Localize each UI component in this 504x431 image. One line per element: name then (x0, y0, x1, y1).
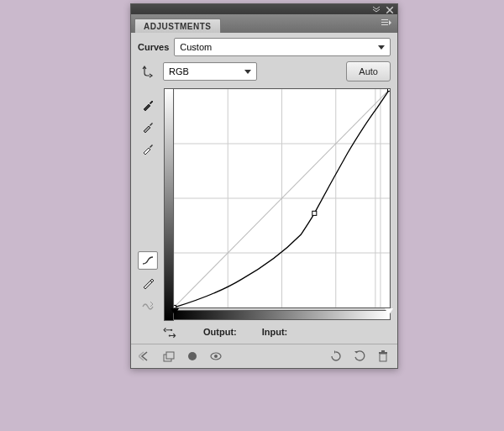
panel-menu-icon[interactable] (381, 18, 392, 28)
output-label: Output: (203, 327, 237, 337)
close-icon[interactable] (386, 6, 394, 13)
black-point-slider[interactable] (171, 308, 179, 315)
curve-point-mid[interactable] (312, 211, 317, 215)
panel-footer (131, 344, 397, 368)
trash-icon[interactable] (375, 349, 391, 364)
panel-body: Curves Custom (131, 33, 397, 344)
svg-rect-2 (381, 24, 388, 25)
targeted-adjustment-tool-icon[interactable] (139, 63, 157, 80)
eyedropper-white-icon[interactable] (139, 140, 157, 157)
curve-point-white[interactable] (387, 89, 390, 92)
svg-rect-0 (381, 19, 388, 20)
smooth-tool-icon[interactable] (139, 297, 157, 313)
scrub-icon[interactable] (163, 325, 178, 339)
curve-point-black[interactable] (174, 305, 176, 307)
previous-state-icon[interactable] (328, 349, 344, 364)
toggle-visibility-icon[interactable] (208, 349, 223, 364)
svg-rect-20 (381, 350, 385, 352)
svg-rect-14 (166, 352, 174, 359)
svg-point-15 (188, 352, 197, 360)
svg-rect-1 (381, 22, 388, 23)
adjustments-panel: ADJUSTMENTS Curves Custom (130, 3, 398, 369)
pencil-tool-icon[interactable] (139, 275, 157, 292)
preset-value: Custom (180, 42, 212, 52)
channel-select[interactable]: RGB (163, 62, 257, 81)
input-label: Input: (262, 327, 288, 337)
expanded-view-icon[interactable] (161, 349, 176, 364)
preset-select[interactable]: Custom (174, 38, 391, 56)
svg-rect-19 (379, 352, 387, 354)
collapse-icon[interactable] (372, 6, 381, 13)
curves-label: Curves (138, 42, 169, 52)
svg-point-12 (169, 334, 171, 336)
tab-adjustments[interactable]: ADJUSTMENTS (134, 18, 221, 33)
eyedropper-black-icon[interactable] (139, 97, 157, 113)
svg-rect-18 (380, 354, 386, 361)
return-to-list-icon[interactable] (138, 349, 153, 364)
input-gradient (173, 310, 391, 320)
auto-button[interactable]: Auto (346, 61, 391, 81)
svg-point-11 (171, 329, 172, 331)
channel-value: RGB (169, 66, 189, 76)
curve-point-tool-icon[interactable] (138, 251, 158, 270)
white-point-slider[interactable] (385, 308, 393, 315)
tool-column (138, 61, 158, 340)
curves-graph[interactable] (173, 88, 391, 308)
clip-to-layer-icon[interactable] (185, 349, 200, 364)
panel-titlebar (131, 4, 397, 14)
eyedropper-gray-icon[interactable] (139, 118, 157, 135)
tab-row: ADJUSTMENTS (131, 14, 397, 33)
reset-icon[interactable] (352, 349, 367, 364)
svg-point-17 (214, 355, 218, 358)
